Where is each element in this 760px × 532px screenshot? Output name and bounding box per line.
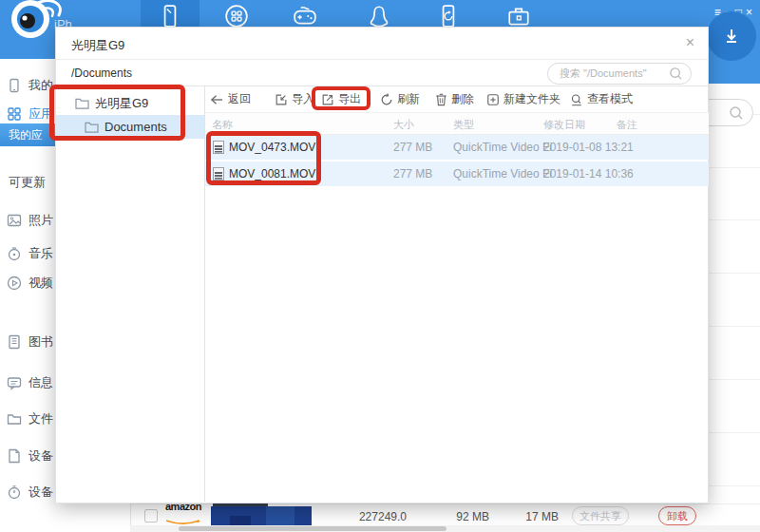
app-row-checkbox[interactable] — [144, 509, 158, 522]
search-icon — [669, 66, 683, 81]
refresh-button[interactable]: 刷新 — [380, 91, 420, 107]
new-folder-button[interactable]: 新建文件夹 — [486, 91, 560, 107]
dialog-title: 光明星G9 — [71, 37, 124, 54]
photo-icon — [7, 213, 22, 228]
file-row[interactable]: MOV_0081.MOV 277 MB QuickTime Video Fi 2… — [205, 162, 709, 186]
sidebar-item-label: 照片 — [28, 212, 53, 229]
view-mode-button[interactable]: 查看模式 — [570, 91, 633, 107]
new-folder-icon — [486, 93, 500, 106]
file-browser-dialog: 光明星G9 × /Documents 搜索 "/Documents" 光明星G9… — [55, 27, 709, 504]
dialog-search-input[interactable]: 搜索 "/Documents" — [547, 63, 692, 85]
stopwatch-icon — [7, 484, 22, 500]
sidebar-item-label: 图书 — [28, 333, 53, 351]
sidebar-item-label: 设备 — [28, 484, 53, 501]
folder-tree: 光明星G9 Documents — [56, 86, 205, 502]
export-label: 导出 — [338, 91, 361, 107]
gamepad-icon[interactable] — [293, 4, 317, 28]
sidebar-item-label: 我的 — [28, 77, 53, 94]
dialog-toolbar: 返回 导入 导出 刷新 删除 — [205, 86, 709, 113]
sidebar-item-label: 设备 — [28, 447, 53, 465]
sidebar-item-label: 我的应 — [9, 127, 43, 143]
apps-grid-icon — [7, 106, 22, 122]
column-modified[interactable]: 修改日期 — [543, 118, 585, 132]
file-name: MOV_0081.MOV — [229, 167, 315, 180]
import-button[interactable]: 导入 — [275, 91, 314, 107]
column-name[interactable]: 名称 — [212, 118, 233, 132]
back-button[interactable]: 返回 — [210, 91, 251, 107]
toolbox-icon[interactable] — [506, 4, 531, 28]
tree-node-documents[interactable]: Documents — [56, 115, 204, 139]
folder-icon — [75, 97, 89, 109]
app-value: 227249.0 — [350, 510, 407, 523]
delete-button[interactable]: 删除 — [435, 91, 474, 107]
document-icon — [7, 448, 22, 464]
import-icon — [275, 93, 288, 106]
music-icon — [7, 246, 22, 261]
folder-icon — [7, 411, 22, 427]
trash-icon — [435, 93, 447, 106]
video-icon — [7, 276, 22, 291]
sidebar-item-label: 文件 — [28, 410, 53, 428]
horizontal-scrollbar-thumb[interactable] — [179, 526, 446, 531]
column-note[interactable]: 备注 — [617, 118, 637, 132]
sidebar-item-label: 音乐 — [28, 245, 53, 262]
refresh-icon — [380, 93, 393, 106]
download-icon — [722, 27, 741, 46]
file-list-panel: 返回 导入 导出 刷新 删除 — [205, 86, 709, 502]
back-arrow-icon — [210, 94, 224, 105]
file-type: QuickTime Video Fi — [453, 141, 552, 154]
file-name: MOV_0473.MOV — [229, 141, 315, 154]
folder-icon — [85, 121, 99, 133]
qq-penguin-icon[interactable] — [367, 4, 391, 28]
app-size: 92 MB — [446, 510, 489, 523]
video-file-icon — [213, 141, 224, 154]
dialog-titlebar: 光明星G9 × — [56, 28, 708, 60]
file-size: 277 MB — [393, 167, 432, 180]
search-placeholder: 搜索 "/Documents" — [548, 66, 669, 81]
view-mode-icon — [570, 93, 583, 106]
app-doc-size: 17 MB — [521, 510, 559, 523]
new-folder-label: 新建文件夹 — [504, 91, 560, 107]
message-icon — [7, 375, 22, 390]
book-icon — [7, 334, 22, 350]
import-label: 导入 — [292, 91, 314, 107]
device-tab-icon[interactable] — [158, 4, 182, 28]
file-type: QuickTime Video Fi — [453, 167, 552, 180]
close-icon[interactable]: × — [686, 35, 694, 50]
flash-device-icon[interactable] — [436, 4, 461, 28]
apps-circle-icon[interactable] — [224, 4, 249, 28]
tree-node-label: 光明星G9 — [95, 95, 148, 112]
file-modified: 2019-01-14 10:36 — [543, 167, 634, 180]
file-share-button[interactable]: 文件共享 — [572, 506, 629, 525]
sidebar-item-label: 可更新 — [9, 174, 46, 191]
sidebar-item-label: 信息 — [28, 374, 53, 391]
dialog-pathbar: /Documents 搜索 "/Documents" — [56, 60, 708, 86]
download-button[interactable] — [707, 11, 756, 61]
column-size[interactable]: 大小 — [393, 118, 414, 132]
dialog-body: 光明星G9 Documents 返回 导入 — [56, 86, 708, 502]
file-size: 277 MB — [393, 141, 432, 154]
view-mode-label: 查看模式 — [587, 91, 633, 107]
search-icon — [729, 105, 744, 121]
video-file-icon — [213, 167, 224, 180]
tree-node-label: Documents — [104, 120, 167, 134]
back-label: 返回 — [228, 91, 251, 107]
phone-icon — [7, 78, 22, 93]
uninstall-button[interactable]: 卸载 — [658, 506, 696, 525]
tree-node-root[interactable]: 光明星G9 — [56, 91, 204, 115]
breadcrumb-path: /Documents — [71, 66, 132, 80]
sidebar-item-label: 应用 — [28, 105, 53, 123]
file-modified: 2019-01-08 13:21 — [543, 141, 634, 154]
list-column-headers: 名称 大小 类型 修改日期 备注 — [205, 113, 709, 135]
refresh-label: 刷新 — [397, 91, 420, 107]
export-button[interactable]: 导出 — [321, 91, 361, 107]
sidebar-item-label: 视频 — [28, 275, 53, 292]
export-icon — [321, 93, 334, 106]
column-type[interactable]: 类型 — [453, 118, 474, 132]
file-row[interactable]: MOV_0473.MOV 277 MB QuickTime Video Fi 2… — [205, 135, 709, 160]
delete-label: 删除 — [451, 91, 474, 107]
